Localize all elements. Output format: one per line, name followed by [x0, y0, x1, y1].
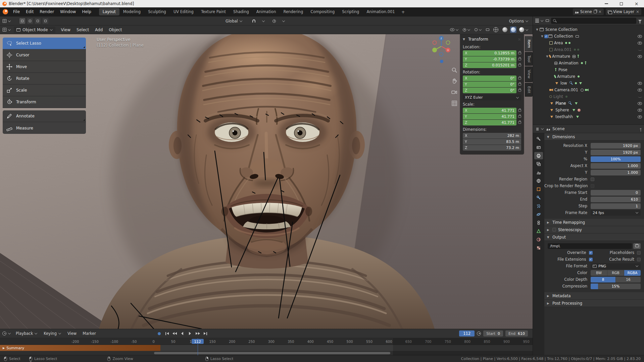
- value-field-y[interactable]: 1920 px: [591, 150, 641, 155]
- option-bw[interactable]: BW: [591, 270, 607, 276]
- option-rgba[interactable]: RGBA: [624, 270, 641, 276]
- checkbox-placeholders[interactable]: [637, 251, 641, 255]
- snap-toggle[interactable]: [252, 16, 255, 25]
- lock-icon[interactable]: [518, 52, 521, 54]
- viewport-menu-object[interactable]: Object: [106, 27, 125, 33]
- play-button[interactable]: [187, 330, 193, 337]
- locationx-field[interactable]: X0.12855 m: [463, 50, 516, 56]
- visibility-toggle[interactable]: [638, 109, 642, 112]
- sidebar-tab-item[interactable]: Item: [525, 36, 533, 51]
- next-keyframe-button[interactable]: [194, 330, 201, 337]
- visibility-dropdown[interactable]: [449, 27, 460, 33]
- select-mode-intersect[interactable]: [43, 18, 48, 24]
- add-workspace-button[interactable]: +: [399, 9, 408, 15]
- overlays-toggle[interactable]: [473, 27, 483, 33]
- summary-channel[interactable]: ▶ Summary: [0, 345, 24, 351]
- ortho-toggle-button[interactable]: [451, 100, 458, 107]
- dimensionsx-field[interactable]: X282 m: [463, 133, 521, 139]
- lock-icon[interactable]: [518, 77, 521, 80]
- constraints-tab-icon[interactable]: [534, 219, 543, 226]
- xray-toggle[interactable]: [485, 28, 491, 32]
- outliner-row-armature[interactable]: ▼Armature: [533, 53, 644, 60]
- section-checkbox[interactable]: [552, 228, 556, 231]
- option-8[interactable]: 8: [591, 277, 616, 282]
- visibility-toggle[interactable]: [638, 82, 642, 85]
- use-preview-range-icon[interactable]: [477, 331, 481, 335]
- tool-tab-icon[interactable]: [534, 135, 543, 143]
- output-path-field[interactable]: /tmp\: [548, 243, 632, 249]
- outliner-row-plane[interactable]: Plane: [533, 100, 644, 107]
- panel-options-icon[interactable]: ⁙: [518, 38, 521, 41]
- search-input[interactable]: [558, 18, 635, 23]
- sidebar-tab-edit[interactable]: Edit: [525, 83, 533, 97]
- viewport-editor-selector[interactable]: [3, 25, 11, 34]
- scalez-field[interactable]: Z41.771: [463, 120, 516, 125]
- material-tab-icon[interactable]: [534, 236, 543, 243]
- transform-orientation-dropdown[interactable]: Global: [226, 16, 243, 25]
- menu-edit[interactable]: Edit: [23, 8, 37, 15]
- outliner-row-animation[interactable]: Animation: [533, 60, 644, 66]
- lock-icon[interactable]: [518, 83, 521, 86]
- new-scene-button[interactable]: [594, 10, 597, 13]
- select-mode-extend[interactable]: [27, 18, 33, 24]
- workspace-tab-modeling[interactable]: Modeling: [119, 8, 144, 15]
- scaley-field[interactable]: Y41.771: [463, 114, 516, 119]
- prev-keyframe-button[interactable]: [171, 330, 178, 337]
- navigation-gizmo[interactable]: X Z: [431, 36, 452, 57]
- outliner-row-scene-collection[interactable]: ▼Scene Collection: [533, 26, 644, 33]
- select-mode-subtract[interactable]: [35, 18, 41, 24]
- section-header-metadata[interactable]: ▶Metadata: [544, 292, 644, 300]
- jump-to-start-button[interactable]: [163, 330, 170, 337]
- modifiers-tab-icon[interactable]: [534, 194, 543, 201]
- lock-icon[interactable]: [518, 58, 521, 60]
- visibility-toggle[interactable]: [638, 42, 642, 45]
- visibility-toggle[interactable]: [638, 55, 642, 58]
- shading-solid-button[interactable]: [501, 27, 509, 33]
- outliner-row-light[interactable]: Light: [533, 93, 644, 100]
- value-field-step[interactable]: 1: [591, 203, 641, 209]
- close-button[interactable]: ×: [629, 0, 644, 7]
- collection-checkbox[interactable]: ✓: [544, 35, 548, 38]
- outliner-row-armature[interactable]: Armature: [533, 73, 644, 80]
- section-header-time-remapping[interactable]: ▶Time Remapping: [544, 219, 644, 226]
- workspace-tab-compositing[interactable]: Compositing: [307, 8, 338, 15]
- frame-end-field[interactable]: End610: [505, 330, 528, 337]
- timeline-menu-playback[interactable]: Playback: [13, 330, 40, 337]
- lock-icon[interactable]: [518, 121, 521, 124]
- camera-view-button[interactable]: [451, 89, 458, 96]
- scene-tab-icon[interactable]: [534, 169, 543, 176]
- current-frame-field[interactable]: 112: [459, 330, 475, 337]
- outliner-row-sphere[interactable]: Sphere: [533, 107, 644, 113]
- browse-folder-button[interactable]: [633, 243, 641, 249]
- rotationy-field[interactable]: Y0°: [463, 82, 516, 87]
- slider-[interactable]: 100%: [591, 156, 641, 162]
- timeline-menu-marker[interactable]: Marker: [80, 330, 99, 337]
- snap-settings-dropdown[interactable]: [262, 16, 265, 25]
- workspace-tab-texture-paint[interactable]: Texture Paint: [197, 8, 230, 15]
- data-tab-icon[interactable]: [534, 227, 543, 235]
- viewport-menu-select[interactable]: Select: [73, 27, 92, 33]
- workspace-tab-shading[interactable]: Shading: [230, 8, 253, 15]
- frame-start-field[interactable]: Start0: [483, 330, 503, 337]
- lock-icon[interactable]: [518, 109, 521, 112]
- workspace-tab-scripting[interactable]: Scripting: [338, 8, 363, 15]
- workspace-tab-layout[interactable]: Layout: [99, 8, 119, 15]
- value-field-frame-start[interactable]: 0: [591, 190, 641, 196]
- section-header-dimensions[interactable]: ▼Dimensions: [544, 133, 644, 141]
- workspace-tab-animation-001[interactable]: Animation.001: [363, 8, 398, 15]
- tool-move[interactable]: Move: [3, 61, 86, 73]
- dimensionsz-field[interactable]: Z73.2 m: [463, 145, 521, 151]
- tool-select-lasso[interactable]: Select Lasso: [3, 38, 86, 49]
- sidebar-tab-view[interactable]: View: [525, 66, 533, 82]
- timeline-scrollbar[interactable]: [154, 352, 390, 354]
- tool-annotate[interactable]: Annotate: [3, 110, 86, 122]
- options-dropdown[interactable]: Options: [509, 16, 529, 25]
- section-header-stereoscopy[interactable]: ▶Stereoscopy: [544, 226, 644, 234]
- workspace-tab-rendering[interactable]: Rendering: [280, 8, 307, 15]
- menu-help[interactable]: Help: [79, 8, 94, 15]
- filter-icon[interactable]: [638, 20, 642, 22]
- tool-rotate[interactable]: Rotate: [3, 73, 86, 85]
- scene-selector[interactable]: Scene ×: [573, 8, 604, 15]
- disclosure-icon[interactable]: ▼: [540, 35, 544, 38]
- tool-transform[interactable]: Transform: [3, 96, 86, 108]
